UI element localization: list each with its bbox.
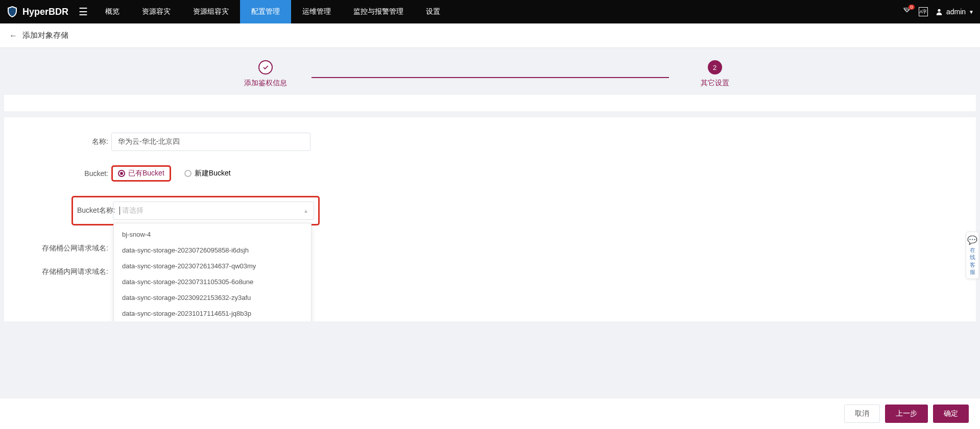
brand: HyperBDR	[6, 6, 68, 18]
dropdown-item[interactable]: data-sync-storage-20230726134637-qw03my	[114, 258, 311, 274]
back-arrow-icon[interactable]: ←	[9, 31, 17, 40]
nav-items: 概览 资源容灾 资源组容灾 配置管理 运维管理 监控与报警管理 设置	[94, 0, 451, 23]
text-cursor	[119, 207, 120, 215]
user-icon	[935, 8, 943, 16]
step-indicator: 添加鉴权信息 2 其它设置	[0, 48, 980, 95]
dropdown-item[interactable]: data-sync-storage-20230726095858-i6dsjh	[114, 242, 311, 258]
user-menu[interactable]: admin ▼	[935, 8, 974, 16]
step-connector	[312, 77, 669, 78]
radio-dot-unchecked	[184, 170, 192, 177]
step-1-circle	[258, 60, 273, 74]
bucket-label: Bucket:	[25, 169, 111, 178]
bucket-dropdown: bj-snow-4 data-sync-storage-202307260958…	[113, 223, 312, 321]
private-domain-label: 存储桶内网请求域名:	[25, 267, 111, 276]
notification-badge: 0	[909, 5, 915, 10]
side-l1: 在	[967, 246, 977, 254]
step-2: 2 其它设置	[669, 60, 761, 88]
page-header: ← 添加对象存储	[0, 23, 980, 48]
nav-settings[interactable]: 设置	[415, 0, 451, 23]
bucket-name-select[interactable]: 请选择 ▴ bj-snow-4 data-sync-storage-202307…	[113, 201, 314, 220]
name-label: 名称:	[25, 137, 111, 146]
check-icon	[262, 64, 269, 71]
step-2-label: 其它设置	[701, 79, 729, 88]
bucket-name-label: Bucket名称:	[77, 206, 113, 215]
radio-dot-checked	[118, 170, 125, 177]
top-navbar: HyperBDR ☰ 概览 资源容灾 资源组容灾 配置管理 运维管理 监控与报警…	[0, 0, 980, 23]
step-2-circle: 2	[708, 60, 722, 74]
lang-icon[interactable]: A字	[919, 7, 928, 16]
nav-ops-mgmt[interactable]: 运维管理	[291, 0, 342, 23]
nav-monitor-alarm[interactable]: 监控与报警管理	[342, 0, 415, 23]
radio-new-bucket[interactable]: 新建Bucket	[184, 169, 231, 178]
chevron-up-icon: ▴	[304, 207, 307, 214]
chat-bubble-icon: 💬	[967, 235, 977, 245]
row-bucket: Bucket: 已有Bucket 新建Bucket	[25, 165, 955, 182]
radio-existing-bucket[interactable]: 已有Bucket	[118, 169, 164, 178]
notification-icon[interactable]: 0	[902, 7, 912, 17]
dropdown-item[interactable]: data-sync-storage-20231017114651-jq8b3p	[114, 306, 311, 321]
nav-config-mgmt[interactable]: 配置管理	[240, 0, 291, 23]
row-bucket-name: Bucket名称: 请选择 ▴ bj-snow-4 data-sync-stor…	[25, 196, 955, 225]
side-l3: 客	[967, 261, 977, 268]
nav-resource-dr[interactable]: 资源容灾	[131, 0, 182, 23]
side-l4: 服	[967, 268, 977, 275]
select-placeholder: 请选择	[122, 206, 144, 215]
menu-toggle-icon[interactable]: ☰	[79, 6, 88, 18]
highlight-bucket-name: Bucket名称: 请选择 ▴ bj-snow-4 data-sync-stor…	[71, 196, 320, 225]
shield-icon	[6, 6, 18, 18]
spacer-card	[4, 95, 976, 111]
public-domain-label: 存储桶公网请求域名:	[25, 244, 111, 253]
step-1-label: 添加鉴权信息	[244, 79, 287, 88]
dropdown-item[interactable]: bj-snow-4	[114, 226, 311, 242]
svg-point-0	[938, 9, 940, 12]
name-input[interactable]	[111, 133, 310, 151]
side-l2: 线	[967, 254, 977, 261]
nav-right: 0 A字 admin ▼	[902, 7, 974, 17]
dropdown-item[interactable]: data-sync-storage-20230922153632-zy3afu	[114, 290, 311, 306]
dropdown-item[interactable]: data-sync-storage-20230731105305-6o8une	[114, 274, 311, 290]
form-card: 名称: Bucket: 已有Bucket 新建Bucket	[4, 117, 976, 321]
brand-name: HyperBDR	[22, 7, 68, 17]
page-title: 添加对象存储	[22, 31, 68, 40]
user-name: admin	[946, 8, 966, 16]
nav-resource-group-dr[interactable]: 资源组容灾	[182, 0, 240, 23]
highlight-existing-bucket: 已有Bucket	[111, 165, 171, 182]
radio-existing-label: 已有Bucket	[128, 169, 164, 178]
bucket-radio-group: 已有Bucket 新建Bucket	[111, 165, 310, 182]
online-support-widget[interactable]: 💬 在 线 客 服	[966, 232, 979, 279]
row-name: 名称:	[25, 133, 955, 151]
radio-new-label: 新建Bucket	[195, 169, 231, 178]
step-1: 添加鉴权信息	[220, 60, 312, 88]
chevron-down-icon: ▼	[969, 9, 974, 15]
nav-overview[interactable]: 概览	[94, 0, 131, 23]
